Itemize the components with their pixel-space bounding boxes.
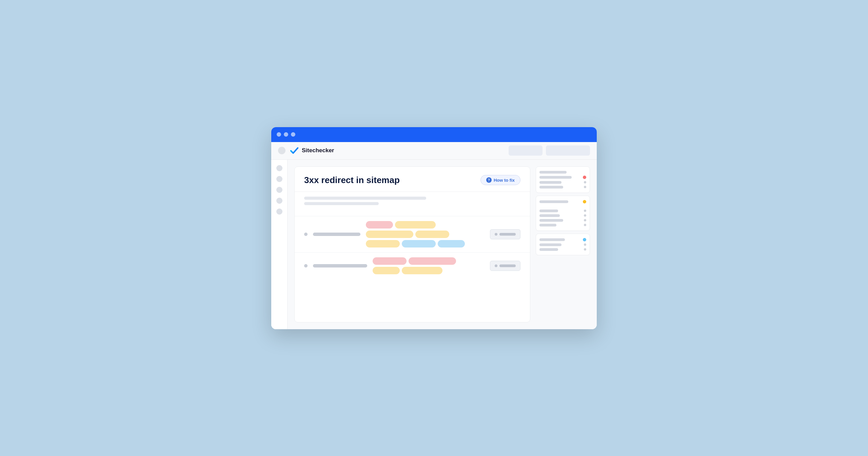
rs-bar-2-1 [539, 200, 568, 203]
sitechecker-logo-icon [290, 147, 299, 154]
table-row-2 [295, 252, 530, 279]
rs-section-3 [536, 234, 590, 255]
browser-titlebar [271, 127, 597, 142]
rs-row-3-2 [539, 243, 586, 246]
rs-row-2-5 [539, 224, 586, 226]
rs-small-dot-5 [584, 219, 586, 221]
rs-bar-2-5 [539, 224, 556, 226]
tag-yellow-2a [373, 267, 400, 274]
tag-yellow-3 [415, 231, 449, 238]
rs-row-3-1 [539, 238, 586, 241]
how-to-fix-button[interactable]: ? How to fix [480, 175, 520, 185]
tag-blue-1 [402, 240, 436, 247]
tags-area-1 [366, 221, 485, 247]
rs-small-dot-1 [584, 181, 586, 183]
tag-pink-2a [373, 257, 407, 265]
rs-small-dot-2 [584, 186, 586, 188]
row-label-2 [313, 264, 367, 267]
toolbar-button-2[interactable] [546, 145, 590, 156]
desc-line-2 [304, 202, 379, 205]
sidebar-item-3 [276, 187, 282, 193]
spacer [295, 211, 530, 216]
tag-yellow-1 [395, 221, 436, 229]
desc-line-1 [304, 197, 426, 200]
main-area: 3xx redirect in sitemap ? How to fix [288, 160, 597, 329]
rs-row-1-4 [539, 186, 586, 189]
rs-small-dot-3 [584, 210, 586, 212]
logo-text: Sitechecker [302, 147, 334, 154]
browser-content: 3xx redirect in sitemap ? How to fix [271, 160, 597, 329]
rs-bar-1-4 [539, 186, 563, 189]
action-bar-1 [499, 233, 516, 236]
row-indicator-1 [304, 233, 308, 236]
rs-bar-1-3 [539, 181, 561, 184]
rs-small-dot-7 [584, 243, 586, 246]
question-icon: ? [486, 177, 492, 183]
tag-yellow-2b [402, 267, 442, 274]
row-label-1 [313, 233, 360, 236]
bottom-spacer [295, 279, 530, 286]
window-dot-3 [291, 132, 295, 137]
rs-section-1 [536, 166, 590, 193]
rs-status-dot-blue [583, 238, 586, 241]
rs-row-2-4 [539, 219, 586, 222]
rs-small-dot-8 [584, 248, 586, 251]
how-to-fix-label: How to fix [494, 178, 515, 183]
tag-pink-2b [409, 257, 456, 265]
rs-bar-1-2 [539, 176, 572, 179]
rs-row-1-1 [539, 171, 586, 174]
toolbar-buttons [509, 145, 590, 156]
rs-small-dot-4 [584, 214, 586, 217]
action-dot-2 [495, 264, 497, 267]
rs-bar-3-2 [539, 243, 561, 246]
logo-area: Sitechecker [290, 147, 505, 154]
browser-window: Sitechecker 3xx redirect in sitemap [271, 127, 597, 329]
action-dot-1 [495, 233, 497, 236]
sidebar-item-4 [276, 198, 282, 204]
rs-row-2-2 [539, 210, 586, 212]
tags-area-2 [373, 257, 485, 274]
row-action-button-1[interactable] [490, 229, 520, 239]
rs-bar-2-4 [539, 219, 563, 222]
rs-status-dot-red [583, 176, 586, 179]
rs-small-dot-6 [584, 224, 586, 226]
toolbar-button-1[interactable] [509, 145, 542, 156]
sidebar-item-5 [276, 209, 282, 215]
rs-status-dot-orange [583, 200, 586, 203]
row-indicator-2 [304, 264, 308, 267]
tag-yellow-4 [366, 240, 400, 247]
rs-section-2 [536, 196, 590, 231]
tag-pink-1 [366, 221, 393, 229]
rs-row-1-3 [539, 181, 586, 184]
window-dot-2 [284, 132, 288, 137]
rs-row-2-1 [539, 200, 586, 203]
description-area [295, 192, 530, 211]
action-bar-2 [499, 264, 516, 267]
rs-row-1-2 [539, 176, 586, 179]
panel-header: 3xx redirect in sitemap ? How to fix [295, 167, 530, 192]
window-dot-1 [277, 132, 281, 137]
rs-bar-3-1 [539, 238, 565, 241]
nav-circle [278, 147, 285, 154]
rs-bar-2-2 [539, 210, 558, 212]
sidebar-item-1 [276, 165, 282, 171]
left-sidebar [271, 160, 288, 329]
rs-bar-3-3 [539, 248, 558, 251]
tag-blue-2 [438, 240, 465, 247]
rs-bar-2-3 [539, 214, 560, 217]
rs-row-3-3 [539, 248, 586, 251]
tag-yellow-2 [366, 231, 413, 238]
row-action-button-2[interactable] [490, 261, 520, 271]
panel-title: 3xx redirect in sitemap [304, 175, 400, 185]
rs-bar-1-1 [539, 171, 567, 174]
rs-row-2-3 [539, 214, 586, 217]
main-panel: 3xx redirect in sitemap ? How to fix [294, 166, 530, 322]
table-row [295, 216, 530, 252]
right-sidebar [536, 166, 590, 322]
sidebar-item-2 [276, 176, 282, 182]
browser-toolbar: Sitechecker [271, 142, 597, 160]
